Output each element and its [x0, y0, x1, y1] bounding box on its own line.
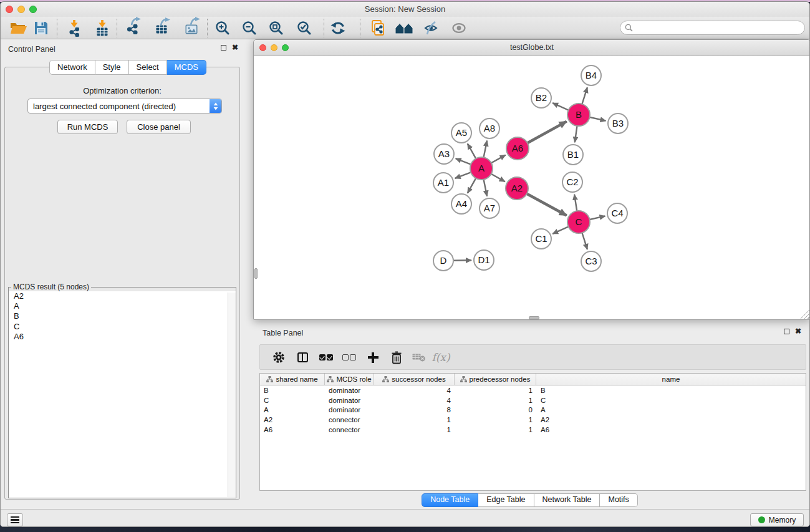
table-cell[interactable]: 1 — [374, 426, 455, 433]
column-header-name[interactable]: name — [536, 374, 806, 385]
zoom-fit-button[interactable] — [267, 19, 286, 37]
first-neighbors-button[interactable] — [395, 19, 413, 37]
table-cell[interactable]: B — [536, 387, 806, 394]
mcds-result-item[interactable]: A — [9, 301, 236, 311]
mcds-result-item[interactable]: B — [9, 311, 236, 321]
float-panel-icon[interactable] — [221, 45, 226, 51]
import-table-button[interactable] — [93, 19, 112, 37]
mcds-result-item[interactable]: A6 — [9, 332, 236, 342]
table-cell[interactable]: A6 — [536, 426, 806, 433]
network-window-titlebar[interactable]: testGlobe.txt — [254, 40, 810, 56]
zoom-selected-icon — [296, 20, 312, 36]
table-cell[interactable]: dominator — [325, 397, 374, 404]
zoom-selected-button[interactable] — [295, 19, 314, 37]
table-cell[interactable]: connector — [325, 416, 374, 423]
search-field — [620, 21, 805, 35]
table-cell[interactable]: 1 — [374, 416, 455, 423]
column-header-predecessor-nodes[interactable]: predecessor nodes — [455, 374, 536, 385]
delete-table-button[interactable] — [409, 348, 429, 367]
window-title: Session: New Session — [1, 4, 809, 14]
table-cell[interactable]: B — [260, 387, 325, 394]
task-history-button[interactable] — [7, 513, 23, 526]
function-builder-button[interactable]: f(x) — [431, 348, 451, 367]
select-all-rows-button[interactable] — [316, 348, 336, 367]
graph-node-label: A8 — [484, 123, 495, 133]
column-header-shared-name[interactable]: shared name — [260, 374, 325, 385]
search-icon — [625, 24, 633, 32]
split-columns-button[interactable] — [292, 348, 312, 367]
table-row[interactable]: A6connector11A6 — [260, 425, 806, 435]
add-column-button[interactable] — [363, 348, 383, 367]
close-panel-button[interactable]: Close panel — [127, 120, 191, 134]
tab-style[interactable]: Style — [95, 60, 129, 75]
table-cell[interactable]: 4 — [374, 397, 455, 404]
table-cell[interactable]: A — [260, 406, 325, 414]
tab-motifs[interactable]: Motifs — [600, 493, 637, 507]
export-image-button[interactable] — [182, 19, 201, 37]
node-layer: AA1A2A3A4A5A6A7A8BB1B2B3B4CC1C2C3C4DD1 — [433, 65, 628, 271]
mcds-result-item[interactable]: A2 — [9, 291, 236, 301]
search-input[interactable] — [633, 22, 804, 34]
show-all-button[interactable] — [450, 19, 468, 37]
table-cell[interactable]: A2 — [536, 416, 806, 423]
table-cell[interactable]: 0 — [455, 406, 536, 414]
delete-column-button[interactable] — [387, 348, 407, 367]
table-cell[interactable]: 1 — [455, 416, 536, 423]
optimization-criterion-select[interactable]: largest connected component (directed) — [27, 99, 222, 114]
network-horizontal-scroll-thumb[interactable] — [529, 316, 539, 319]
result-list-scrollbar[interactable] — [228, 293, 236, 497]
trash-icon — [390, 351, 403, 364]
column-header-mcds-role[interactable]: MCDS role — [325, 374, 374, 385]
column-header-successor-nodes[interactable]: successor nodes — [374, 374, 455, 385]
table-cell[interactable]: A — [536, 406, 806, 414]
table-cell[interactable]: 1 — [455, 387, 536, 394]
memory-button[interactable]: Memory — [750, 513, 804, 526]
import-network-button[interactable] — [65, 19, 84, 37]
close-panel-icon[interactable]: ✖ — [232, 45, 238, 51]
export-table-button[interactable] — [152, 19, 171, 37]
table-row[interactable]: Cdominator41C — [260, 395, 806, 405]
refresh-view-button[interactable] — [329, 19, 347, 37]
mcds-result-item[interactable]: C — [9, 322, 236, 332]
float-table-panel-icon[interactable] — [784, 329, 789, 334]
table-cell[interactable]: 1 — [455, 426, 536, 433]
table-cell[interactable]: 4 — [374, 387, 455, 394]
table-cell[interactable]: A2 — [260, 416, 325, 423]
table-cell[interactable]: C — [260, 397, 325, 404]
zoom-out-button[interactable] — [240, 19, 259, 37]
optimization-criterion-label: Optimization criterion: — [1, 86, 244, 95]
table-cell[interactable]: A6 — [260, 426, 325, 433]
deselect-all-rows-button[interactable] — [339, 348, 359, 367]
table-cell[interactable]: 8 — [374, 406, 455, 414]
network-canvas[interactable]: AA1A2A3A4A5A6A7A8BB1B2B3B4CC1C2C3C4DD1 — [254, 56, 810, 319]
table-cell[interactable]: C — [536, 397, 806, 404]
table-cell[interactable]: dominator — [325, 387, 374, 394]
table-row[interactable]: A2connector11A2 — [260, 415, 806, 425]
table-cell[interactable]: 1 — [455, 397, 536, 404]
export-network-button[interactable] — [123, 19, 142, 37]
zoom-in-button[interactable] — [213, 19, 232, 37]
tab-network-table[interactable]: Network Table — [534, 493, 600, 507]
table-row[interactable]: Bdominator41B — [260, 385, 806, 395]
run-mcds-button[interactable]: Run MCDS — [57, 120, 118, 134]
dropdown-stepper-icon — [210, 99, 221, 113]
graph-node-label: A1 — [438, 177, 449, 188]
column-label: MCDS role — [336, 375, 371, 383]
tab-mcds[interactable]: MCDS — [167, 60, 206, 75]
tab-network[interactable]: Network — [49, 60, 95, 75]
table-row[interactable]: Adominator80A — [260, 405, 806, 415]
table-settings-button[interactable] — [269, 348, 289, 367]
open-session-button[interactable] — [9, 19, 27, 37]
tab-edge-table[interactable]: Edge Table — [478, 493, 534, 507]
table-cell[interactable]: connector — [325, 426, 374, 433]
close-table-panel-icon[interactable]: ✖ — [795, 329, 801, 334]
tab-node-table[interactable]: Node Table — [422, 493, 478, 507]
network-vertical-scroll-thumb[interactable] — [254, 268, 258, 279]
tab-select[interactable]: Select — [129, 60, 167, 75]
new-network-from-selection-button[interactable] — [369, 19, 387, 37]
graph-node-label: B4 — [586, 70, 597, 80]
save-session-button[interactable] — [32, 19, 51, 37]
tree-column-icon — [266, 376, 273, 382]
hide-selected-button[interactable] — [422, 19, 441, 37]
table-cell[interactable]: dominator — [325, 406, 374, 414]
